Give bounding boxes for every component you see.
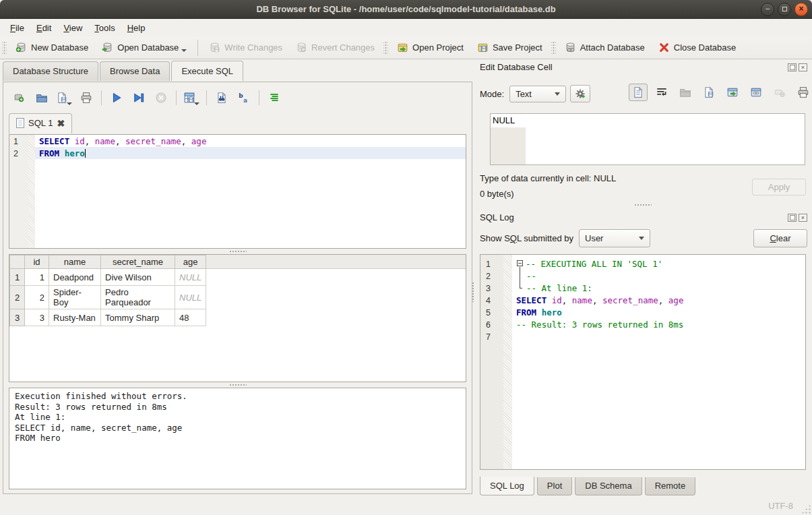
- sql-editor-toolbar: ba: [10, 89, 284, 107]
- toolbar-drag-handle[interactable]: [383, 40, 388, 55]
- open-database-dropdown-icon[interactable]: [181, 49, 187, 52]
- tab-execute-sql[interactable]: Execute SQL: [171, 61, 243, 81]
- print-sql-button[interactable]: [77, 89, 96, 107]
- close-button[interactable]: ×: [794, 3, 808, 16]
- code-line[interactable]: [512, 330, 805, 342]
- open-project-button[interactable]: Open Project: [390, 38, 470, 57]
- editor-results-splitter[interactable]: [9, 249, 466, 254]
- sql-log-view[interactable]: 1234567 -- EXECUTING ALL IN 'SQL 1'---- …: [480, 254, 806, 470]
- open-external-button[interactable]: [723, 84, 742, 101]
- clear-log-button[interactable]: Clear: [753, 229, 807, 247]
- code-line[interactable]: -- Result: 3 rows returned in 8ms: [512, 318, 805, 330]
- find-replace-button[interactable]: ba: [235, 89, 253, 107]
- export-results-dropdown-icon[interactable]: [194, 102, 199, 105]
- menu-help[interactable]: Help: [121, 20, 152, 36]
- new-database-button[interactable]: New Database: [9, 38, 95, 57]
- column-header-name[interactable]: name: [49, 255, 101, 269]
- export-results-button[interactable]: [182, 89, 201, 107]
- result-cell[interactable]: Pedro Parqueador: [101, 286, 175, 309]
- log-filter-select[interactable]: User: [579, 229, 650, 247]
- export-data-button[interactable]: [699, 84, 718, 101]
- cell-editor-margin: [491, 127, 526, 164]
- result-cell[interactable]: Dive Wilson: [101, 269, 175, 286]
- tab-plot[interactable]: Plot: [537, 477, 572, 495]
- code-line[interactable]: SELECT id, name, secret_name, age: [35, 135, 466, 147]
- word-wrap-button[interactable]: [652, 84, 671, 101]
- sql-log-close-button[interactable]: ×: [799, 214, 807, 222]
- result-cell[interactable]: Rusty-Man: [49, 309, 101, 326]
- save-project-button[interactable]: Save Project: [470, 38, 549, 57]
- sql-tab[interactable]: SQL 1 ✖: [9, 113, 72, 133]
- menu-file[interactable]: File: [4, 20, 30, 36]
- dock-splitter[interactable]: [480, 202, 806, 208]
- close-sql-tab-icon[interactable]: ✖: [57, 119, 65, 127]
- minimize-button[interactable]: −: [761, 3, 774, 16]
- format-sql-icon: [268, 92, 280, 104]
- tab-browse-data[interactable]: Browse Data: [100, 61, 170, 81]
- result-cell[interactable]: 3: [25, 309, 49, 326]
- tab-db-schema[interactable]: DB Schema: [575, 477, 642, 495]
- mode-auto-switch-button[interactable]: [570, 85, 590, 102]
- code-line[interactable]: SELECT id, name, secret_name, age: [512, 294, 805, 306]
- tab-database-structure[interactable]: Database Structure: [3, 61, 98, 81]
- column-header-age[interactable]: age: [175, 255, 206, 269]
- sql-editor[interactable]: 12 SELECT id, name, secret_name, ageFROM…: [9, 134, 466, 249]
- result-cell[interactable]: Tommy Sharp: [101, 309, 175, 326]
- cell-value-editor[interactable]: NULL: [490, 113, 805, 165]
- result-cell[interactable]: NULL: [175, 286, 206, 309]
- menu-edit[interactable]: Edit: [30, 20, 57, 36]
- save-sql-dropdown-icon[interactable]: [67, 102, 72, 105]
- menu-tools[interactable]: Tools: [88, 20, 121, 36]
- open-sql-file-button[interactable]: [32, 89, 51, 107]
- result-cell[interactable]: Deadpond: [49, 269, 101, 286]
- execute-all-button[interactable]: [107, 89, 126, 107]
- format-sql-button[interactable]: [265, 89, 284, 107]
- fold-marker-icon[interactable]: [517, 260, 523, 266]
- row-header[interactable]: 2: [10, 286, 25, 309]
- copy-link-button[interactable]: [747, 84, 766, 101]
- result-cell[interactable]: Spider-Boy: [49, 286, 101, 309]
- code-line[interactable]: -- At line 1:: [512, 282, 805, 294]
- save-sql-file-button[interactable]: [55, 89, 73, 107]
- row-header[interactable]: 1: [10, 269, 25, 286]
- code-line[interactable]: FROM hero: [35, 147, 466, 159]
- code-line[interactable]: FROM hero: [512, 306, 805, 318]
- stop-icon: [155, 92, 167, 104]
- maximize-button[interactable]: [778, 3, 791, 16]
- menu-view[interactable]: View: [57, 20, 88, 36]
- edit-cell-close-button[interactable]: ×: [799, 63, 807, 71]
- print-cell-button[interactable]: [794, 84, 812, 101]
- edit-cell-float-button[interactable]: [788, 63, 797, 71]
- find-button[interactable]: [212, 89, 231, 107]
- code-line[interactable]: --: [512, 270, 805, 282]
- result-cell[interactable]: NULL: [175, 269, 206, 286]
- open-database-button[interactable]: Open Database: [95, 38, 193, 57]
- tab-remote[interactable]: Remote: [645, 477, 696, 495]
- result-cell[interactable]: 48: [175, 309, 206, 326]
- attach-database-button[interactable]: Attach Database: [558, 38, 652, 57]
- new-sql-tab-button[interactable]: [10, 89, 29, 107]
- execute-line-button[interactable]: [129, 89, 148, 107]
- encoding-indicator: UTF-8: [768, 501, 793, 511]
- log-fold-margin: [503, 255, 512, 469]
- text-mode-button[interactable]: [629, 84, 648, 101]
- row-header[interactable]: 3: [10, 309, 25, 326]
- code-line[interactable]: -- EXECUTING ALL IN 'SQL 1': [512, 258, 805, 270]
- resize-grip-icon[interactable]: [801, 504, 811, 514]
- toolbar-drag-handle[interactable]: [2, 40, 7, 55]
- result-cell[interactable]: 1: [25, 269, 49, 286]
- write-changes-icon: [209, 42, 220, 53]
- results-corner-header[interactable]: [10, 255, 25, 269]
- close-database-button[interactable]: Close Database: [652, 38, 743, 57]
- result-cell[interactable]: 2: [25, 286, 49, 309]
- column-header-id[interactable]: id: [25, 255, 49, 269]
- tab-sql-log[interactable]: SQL Log: [480, 477, 534, 495]
- revert-changes-button: Revert Changes: [289, 38, 381, 57]
- toolbar-drag-handle[interactable]: [551, 40, 556, 55]
- print-icon: [80, 92, 92, 104]
- cell-type-info: Type of data currently in cell: NULL: [480, 173, 616, 183]
- mode-select[interactable]: Text: [509, 86, 566, 102]
- sql-log-float-button[interactable]: [788, 214, 797, 222]
- column-header-secret_name[interactable]: secret_name: [101, 255, 175, 269]
- results-status-splitter[interactable]: [9, 382, 466, 388]
